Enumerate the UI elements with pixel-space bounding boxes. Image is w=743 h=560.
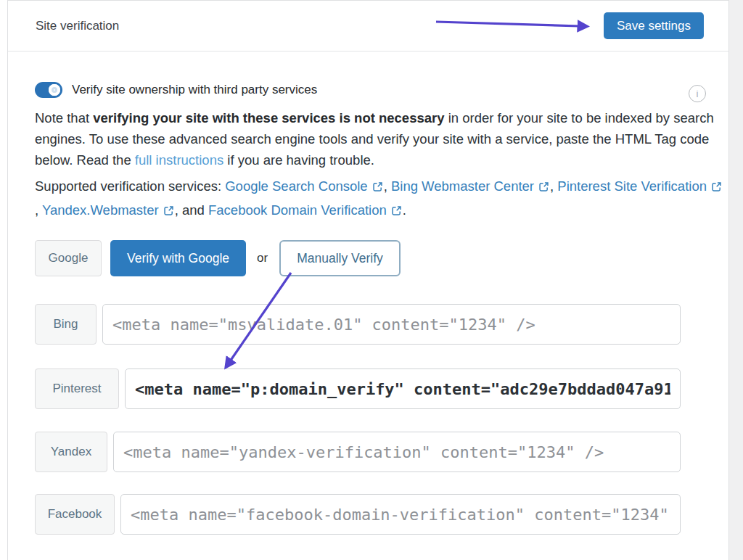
bing-webmaster-center-link[interactable]: Bing Webmaster Center: [391, 178, 534, 194]
toggle-row: Verify site ownership with third party s…: [35, 82, 728, 98]
external-link-icon: [538, 181, 549, 192]
services-prefix: Supported verification services:: [35, 178, 225, 194]
pinterest-verification-row: Pinterest: [35, 368, 681, 409]
separator-text: .: [403, 202, 406, 218]
yandex-verification-row: Yandex: [35, 432, 681, 472]
bing-meta-tag-input[interactable]: [102, 304, 681, 345]
pinterest-meta-tag-input[interactable]: [125, 368, 681, 409]
external-link-icon: [391, 205, 402, 216]
save-settings-button[interactable]: Save settings: [604, 12, 704, 39]
yandex-meta-tag-input[interactable]: [113, 432, 681, 472]
toggle-label: Verify site ownership with third party s…: [72, 83, 317, 97]
external-link-icon: [372, 181, 383, 192]
separator-text: ,: [384, 178, 391, 194]
facebook-meta-tag-input[interactable]: [120, 494, 681, 535]
site-verification-card: Site verification Save settings i Verify…: [7, 0, 729, 560]
verify-with-google-button[interactable]: Verify with Google: [110, 240, 246, 276]
facebook-label: Facebook: [35, 494, 115, 535]
info-icon-glyph: i: [697, 88, 699, 99]
pinterest-site-verification-link[interactable]: Pinterest Site Verification: [557, 178, 707, 194]
verify-ownership-toggle[interactable]: [35, 82, 62, 98]
note-suffix: if you are having trouble.: [223, 152, 374, 168]
info-icon[interactable]: i: [689, 85, 706, 102]
toggle-knob: [49, 84, 60, 96]
pinterest-label: Pinterest: [35, 368, 119, 409]
yandex-webmaster-link[interactable]: Yandex.Webmaster: [42, 202, 159, 218]
separator-text: ,: [35, 202, 42, 218]
separator-text: , and: [175, 202, 208, 218]
manually-verify-button[interactable]: Manually Verify: [279, 240, 401, 276]
facebook-verification-row: Facebook: [35, 494, 681, 535]
external-link-icon: [163, 205, 174, 216]
card-content: Verify site ownership with third party s…: [8, 82, 728, 535]
separator-text: ,: [550, 178, 557, 194]
bing-label: Bing: [35, 304, 97, 345]
google-verification-row: Google Verify with Google or Manually Ve…: [35, 240, 728, 276]
facebook-domain-verification-link[interactable]: Facebook Domain Verification: [208, 202, 387, 218]
services-paragraph: Supported verification services: Google …: [35, 174, 723, 222]
yandex-label: Yandex: [35, 432, 107, 472]
or-text: or: [257, 251, 268, 265]
external-link-icon: [711, 181, 722, 192]
google-search-console-link[interactable]: Google Search Console: [225, 178, 367, 194]
card-header: Site verification Save settings: [8, 1, 728, 52]
google-label: Google: [35, 240, 102, 276]
bing-verification-row: Bing: [35, 304, 681, 345]
note-bold-text: verifying your site with these services …: [93, 110, 444, 125]
page-background-strip: [729, 0, 743, 560]
note-prefix: Note that: [35, 110, 93, 125]
note-paragraph: Note that verifying your site with these…: [35, 107, 723, 170]
page-title: Site verification: [36, 19, 119, 33]
full-instructions-link[interactable]: full instructions: [135, 152, 223, 168]
